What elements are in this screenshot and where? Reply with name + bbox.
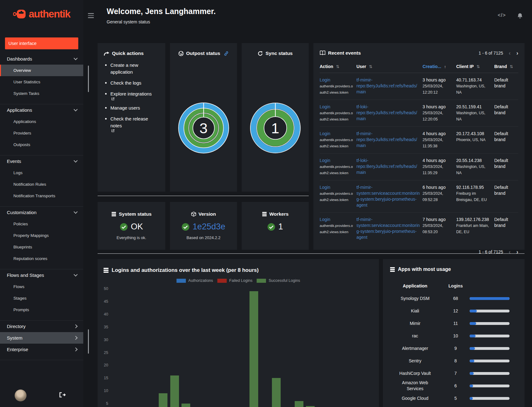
sidebar-item-flows[interactable]: Flows: [0, 281, 83, 292]
event-user-link[interactable]: tf-mimir-repo:BeryJu/k8s:ref:refs/heads/…: [356, 131, 420, 149]
event-user-link[interactable]: tf-loki-repo:BeryJu/k8s:ref:refs/heads/m…: [356, 158, 420, 175]
sidebar-item-system-tasks[interactable]: System Tasks: [0, 88, 83, 99]
user-interface-button[interactable]: User interface: [5, 37, 78, 49]
event-action-link[interactable]: Login: [320, 131, 354, 137]
version-value[interactable]: 1e25d3e: [192, 222, 225, 232]
quick-action-check-the-logs[interactable]: Check the logs: [105, 80, 160, 86]
quick-action-create-a-new-application[interactable]: Create a new application: [105, 62, 160, 76]
system-status-caption: Everything is ok.: [98, 235, 165, 240]
pagination-next-icon[interactable]: ›: [516, 50, 518, 56]
outpost-status-card: Outpost status 3: [170, 43, 237, 192]
sidebar-item-overview[interactable]: Overview: [0, 65, 83, 76]
scrollbar-thumb[interactable]: [88, 329, 89, 354]
pagination-prev-icon[interactable]: ‹: [509, 249, 510, 255]
sort-icon[interactable]: ⇅: [476, 64, 480, 69]
event-brand: Default brand: [494, 217, 518, 228]
event-user-cell: tf-mimir-system:serviceaccount:monitorin…: [356, 184, 420, 208]
sidebar-section-dashboards[interactable]: Dashboards: [0, 53, 83, 65]
sidebar-item-user-statistics[interactable]: User Statistics: [0, 76, 83, 88]
event-user-link[interactable]: tf-loki-repo:BeryJu/k8s:ref:refs/heads/m…: [356, 104, 420, 122]
sidebar-item-applications[interactable]: Applications: [0, 116, 83, 127]
sidebar-item-blueprints[interactable]: Blueprints: [0, 241, 83, 253]
sidebar-section-applications[interactable]: Applications: [0, 104, 83, 116]
event-action-link[interactable]: Login: [320, 184, 354, 190]
sort-icon[interactable]: ⇅: [336, 64, 340, 69]
event-user-link[interactable]: tf-mimir-system:serviceaccount:monitorin…: [356, 184, 420, 208]
sidebar-item-reputation-scores[interactable]: Reputation scores: [0, 253, 83, 264]
event-user-link[interactable]: tf-mimir-repo:BeryJu/k8s:ref:refs/heads/…: [356, 77, 420, 95]
chart-plot-area: 5045403530252015105: [98, 259, 379, 407]
section-label: Directory: [7, 324, 26, 329]
authentik-admin-dashboard: authentik User interface DashboardsOverv…: [0, 0, 532, 407]
notifications-bell-icon[interactable]: [517, 12, 523, 19]
page-subtitle: General system status: [107, 19, 150, 24]
column-header-action[interactable]: Action⇅: [320, 64, 354, 69]
sidebar-item-logs[interactable]: Logs: [0, 167, 83, 179]
workers-title: Workers: [269, 211, 289, 217]
sidebar-section-customization[interactable]: Customization: [0, 207, 83, 218]
quick-action-manage-users[interactable]: Manage users: [105, 105, 160, 111]
app-logins: 11: [442, 321, 470, 326]
package-icon: [191, 212, 196, 217]
usage-bar-fill: [470, 297, 510, 300]
sidebar-item-property-mappings[interactable]: Property Mappings: [0, 230, 83, 241]
event-action-link[interactable]: Login: [320, 77, 354, 83]
scrollbar-thumb[interactable]: [88, 66, 89, 92]
usage-bar-track: [470, 310, 510, 312]
hamburger-menu-icon[interactable]: [88, 13, 94, 19]
pagination-prev-icon[interactable]: ‹: [509, 50, 510, 56]
usage-bar-track: [470, 297, 510, 300]
app-usage-row: rac10: [389, 330, 525, 342]
event-timestamp: 25/03/2024, 12:20:12: [423, 83, 454, 96]
sidebar-item-stages[interactable]: Stages: [0, 292, 83, 304]
column-header-brand[interactable]: Brand⇅: [494, 64, 518, 69]
event-geo: Washington, US, NA: [456, 83, 492, 96]
sidebar-section-system[interactable]: System: [0, 332, 83, 344]
event-client-ip-cell: 139.162.176.238Frankfurt am Main, DE, EU: [456, 217, 492, 240]
event-user-link[interactable]: tf-mimir-system:serviceaccount:monitorin…: [356, 217, 420, 240]
event-action-link[interactable]: Login: [320, 104, 354, 110]
usage-bar-track: [470, 385, 510, 387]
column-header-creatio[interactable]: Creatio...↑: [423, 64, 454, 69]
column-header-user[interactable]: User⇅: [356, 64, 420, 69]
sidebar-item-prompts[interactable]: Prompts: [0, 304, 83, 316]
avatar[interactable]: [15, 390, 27, 401]
sidebar-item-outposts[interactable]: Outposts: [0, 139, 83, 150]
sidebar-section-flows-and-stages[interactable]: Flows and Stages: [0, 269, 83, 281]
app-usage-bar: [470, 360, 520, 362]
event-action-link[interactable]: Login: [320, 217, 354, 223]
sidebar-item-notification-rules[interactable]: Notification Rules: [0, 179, 83, 190]
event-action-detail: authentik.providers.oauth2.views.token: [320, 164, 354, 176]
usage-bar-fill: [470, 385, 473, 387]
pagination-next-icon[interactable]: ›: [516, 249, 518, 255]
system-status-card: System status OK Everything is ok.: [98, 202, 165, 250]
sidebar-section-events[interactable]: Events: [0, 155, 83, 167]
bar-successful-logins: [159, 393, 167, 407]
column-label: Creatio...: [423, 64, 441, 69]
app-logins: 68: [442, 296, 470, 301]
authentik-logo[interactable]: authentik: [0, 0, 83, 20]
sidebar-section-directory[interactable]: Directory: [0, 321, 83, 332]
sidebar-item-notification-transports[interactable]: Notification Transports: [0, 190, 83, 202]
sort-icon[interactable]: ⇅: [510, 64, 513, 69]
event-action-link[interactable]: Login: [320, 158, 354, 164]
sidebar-section-enterprise[interactable]: Enterprise: [0, 344, 83, 355]
apps-usage-card: Apps with most usage Application Logins …: [383, 259, 525, 407]
sidebar-item-policies[interactable]: Policies: [0, 218, 83, 230]
apps-usage-table: Application Logins Synology DSM68Kiali12…: [383, 280, 525, 405]
usage-bar-fill: [470, 335, 476, 337]
api-code-icon[interactable]: </>: [498, 12, 506, 18]
app-name: Mimir: [389, 321, 442, 326]
event-brand: Default brand: [494, 104, 518, 116]
column-header-client-ip[interactable]: Client IP⇅: [456, 64, 492, 69]
event-brand-cell: Default brand: [494, 131, 518, 149]
sort-icon[interactable]: ↑: [444, 64, 446, 69]
event-action-cell: Loginauthentik.providers.oauth2.views.to…: [320, 104, 354, 122]
quick-action-explore-integrations[interactable]: Explore integrations: [105, 91, 160, 101]
sign-out-icon[interactable]: [59, 392, 66, 398]
sort-icon[interactable]: ⇅: [369, 64, 372, 69]
link-icon[interactable]: [224, 51, 229, 56]
sidebar-item-providers[interactable]: Providers: [0, 127, 83, 139]
y-axis-tick: 50: [98, 286, 108, 291]
quick-action-check-the-release-notes[interactable]: Check the release notes: [105, 115, 160, 132]
